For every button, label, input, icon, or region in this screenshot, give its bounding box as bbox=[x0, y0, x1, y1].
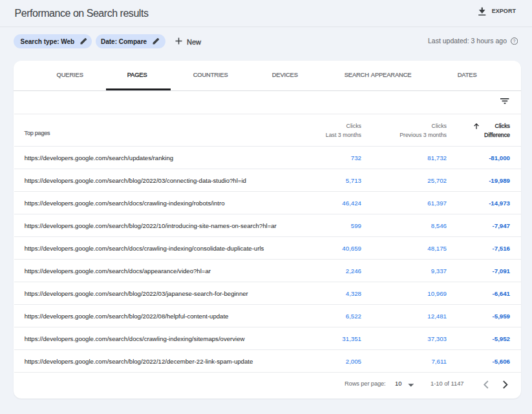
svg-text:?: ? bbox=[513, 39, 515, 43]
